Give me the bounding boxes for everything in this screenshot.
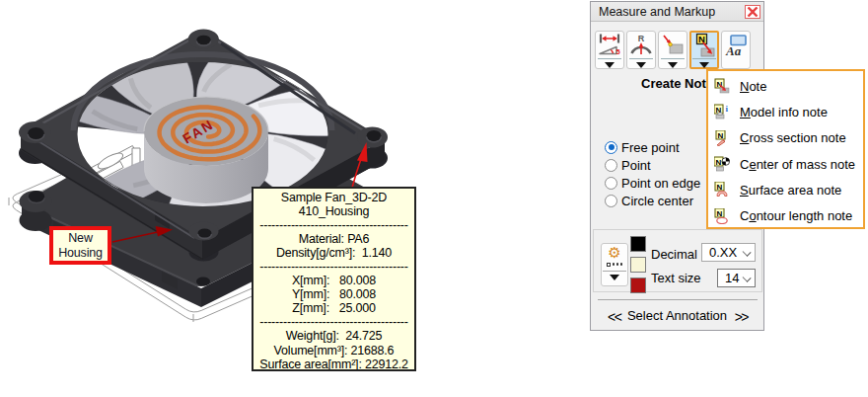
note-line: Sample Fan_3D-2D (253, 191, 414, 204)
decimal-combobox[interactable]: 0.XX (701, 243, 756, 262)
menu-item-label: Model info note (740, 105, 828, 119)
menu-item-label: Cross section note (740, 130, 846, 145)
measure-radius-icon: R (628, 33, 654, 58)
application-window: FAN Sample Fan_3D-2D 410_Housing -------… (0, 0, 868, 397)
note-line: X[mm]: 80.008 (253, 274, 414, 287)
measure-distance-icon: 5 (597, 33, 622, 58)
radio-free-point[interactable]: Free point (605, 138, 700, 156)
radio-point-on-edge[interactable]: Point on edge (605, 174, 700, 192)
menu-item-note[interactable]: N Note (708, 73, 863, 99)
decimal-label: Decimal (651, 247, 697, 262)
markup-text-icon: Aa (723, 33, 749, 58)
color-swatches (630, 236, 646, 298)
contour-length-note-icon: N (714, 208, 730, 224)
dropdown-arrow-icon[interactable] (636, 62, 646, 68)
toolbar-separator (629, 58, 653, 59)
markup-leader-button[interactable] (658, 31, 687, 69)
radio-icon (605, 141, 617, 154)
toolbar-separator (692, 58, 716, 59)
toolbar-separator (598, 58, 621, 59)
radio-point[interactable]: Point (605, 156, 700, 174)
dropdown-arrow-icon[interactable] (699, 62, 709, 68)
radio-label: Free point (621, 140, 680, 155)
menu-item-surface-area[interactable]: N Surface area note (708, 177, 863, 202)
note-line: Weight[g]: 24.725 (253, 329, 414, 343)
callout-line: Housing (53, 246, 108, 261)
color-swatch-cream[interactable] (630, 257, 646, 273)
radio-icon (605, 159, 617, 172)
measure-distance-button[interactable]: 5 (595, 31, 624, 69)
color-swatch-black[interactable] (630, 236, 646, 252)
dialog-toolbar: 5 R N (595, 31, 751, 69)
note-note-icon: N (714, 78, 730, 94)
menu-item-label: Contour length note (740, 208, 852, 223)
close-icon (747, 7, 759, 17)
create-note-icon: N (691, 33, 717, 58)
cross-section-note-icon: N (714, 130, 730, 146)
model-info-note-icon: Ni (714, 104, 730, 119)
note-line: Density[g/cm³]: 1.140 (253, 246, 414, 260)
dropdown-arrow-icon[interactable] (668, 62, 678, 68)
radio-icon (605, 177, 617, 190)
radio-circle-center[interactable]: Circle center (605, 192, 700, 209)
text-size-value: 14 (725, 271, 739, 285)
toolbar-separator (661, 58, 685, 59)
note-line: -------------------------------------- (253, 315, 414, 329)
radio-label: Point (621, 158, 651, 173)
text-size-combobox[interactable]: 14 (717, 269, 756, 287)
point-type-radio-group: Free point Point Point on edge Circle ce… (605, 138, 700, 209)
callout-line: New (53, 231, 108, 246)
annotation-navigator: << Select Annotation >> (591, 308, 763, 326)
svg-text:N: N (718, 130, 724, 139)
surface-area-note-icon: N (714, 182, 730, 198)
radio-icon (605, 195, 617, 207)
svg-text:Aa: Aa (725, 43, 742, 58)
note-line: Z[mm]: 25.000 (253, 301, 414, 315)
menu-item-model-info[interactable]: Ni Model info note (708, 99, 863, 124)
screw-hole (367, 130, 382, 141)
dropdown-arrow-icon[interactable] (610, 275, 619, 280)
center-of-mass-note-icon: N (714, 156, 730, 172)
note-line: 410_Housing (253, 204, 414, 218)
decimal-value: 0.XX (709, 245, 737, 260)
chevron-down-icon (742, 275, 750, 282)
create-note-button[interactable]: N (689, 31, 719, 69)
chevron-down-icon (742, 249, 750, 257)
next-annotation-button[interactable]: >> (735, 309, 748, 325)
radio-label: Circle center (621, 194, 693, 208)
note-line: Surface area[mm²]: 22912.2 (253, 357, 414, 371)
close-button[interactable] (745, 5, 760, 19)
screw-hole (28, 127, 44, 139)
svg-text:5: 5 (616, 47, 620, 56)
menu-item-label: Note (740, 79, 766, 94)
svg-text:N: N (717, 183, 723, 192)
display-options-button[interactable]: ⚙ (601, 243, 628, 286)
menu-item-cross-section[interactable]: N Cross section note (708, 125, 863, 151)
screw-hole (29, 191, 44, 202)
markup-leader-icon (660, 33, 686, 58)
menu-item-label: Surface area note (740, 183, 841, 198)
footer-separator (598, 299, 758, 300)
measure-radius-button[interactable]: R (626, 31, 656, 69)
screw-hole (196, 277, 210, 285)
text-size-label: Text size (651, 271, 701, 285)
note-line: Material: PA6 (253, 232, 414, 246)
color-swatch-red[interactable] (630, 278, 646, 293)
display-options-squares-icon (607, 261, 622, 268)
markup-text-button[interactable]: Aa (721, 31, 751, 69)
dialog-titlebar[interactable]: Measure and Markup (591, 2, 763, 22)
menu-item-center-of-mass[interactable]: N Center of mass note (708, 151, 863, 177)
note-line: -------------------------------------- (253, 260, 414, 274)
note-style-panel: ⚙ Decimal Text size 0.XX 14 (593, 229, 762, 292)
gear-icon: ⚙ (608, 244, 620, 261)
note-line: Volume[mm³]: 21688.6 (253, 344, 414, 357)
menu-item-contour-length[interactable]: N Contour length note (708, 202, 863, 228)
model-info-note-annotation[interactable]: Sample Fan_3D-2D 410_Housing -----------… (252, 187, 416, 371)
dropdown-arrow-icon[interactable] (605, 62, 615, 68)
create-note-dropdown-menu: N Note Ni Model info note N Cross sectio… (706, 69, 865, 229)
svg-text:N: N (717, 208, 723, 217)
new-housing-callout[interactable]: New Housing (49, 226, 111, 265)
dialog-title: Measure and Markup (591, 5, 715, 19)
note-line: -------------------------------------- (253, 218, 414, 232)
separator (603, 271, 626, 272)
